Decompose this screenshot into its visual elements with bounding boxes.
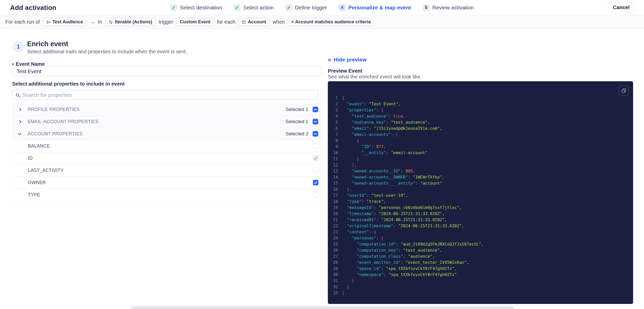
property-label: TYPE: [28, 192, 40, 198]
group-checkbox[interactable]: [313, 107, 318, 112]
code-value-token: 877,: [376, 144, 386, 149]
property-search-box[interactable]: [12, 90, 318, 100]
code-value-token: "aud_2iO9m2gSFmJNXCoQJfJxS87estL",: [401, 242, 484, 247]
code-line: 2 "event": "Test Event",: [328, 101, 633, 107]
code-key-token: "computation_class":: [342, 254, 408, 259]
property-checkbox[interactable]: [313, 168, 318, 173]
code-value-token: ],: [352, 162, 357, 167]
code-key-token: "space_id":: [342, 266, 386, 271]
code-key-token: [342, 278, 352, 283]
code-value-token: {: [374, 230, 376, 234]
code-line: 11 }: [328, 156, 633, 162]
property-label: OWNER: [28, 180, 46, 185]
code-value-token: }: [357, 156, 359, 161]
code-key-token: "userId":: [342, 193, 371, 198]
cancel-button[interactable]: Cancel: [608, 3, 634, 12]
line-number: 29: [328, 266, 342, 272]
code-line: 8 {: [328, 138, 633, 144]
code-line: 6 "email": "j15i2ysedp@k1euxaIVia.com",: [328, 125, 633, 132]
destination-chip-label: Iterable (Actions): [115, 19, 152, 25]
stepper-step[interactable]: ✓ Define trigger: [285, 4, 327, 11]
account-table-icon: [242, 20, 246, 24]
summary-when: when: [273, 19, 285, 25]
line-number: 16: [328, 186, 342, 192]
trigger-chip[interactable]: Custom Event: [176, 18, 214, 26]
code-line: 3 "properties": {: [328, 107, 633, 113]
chevron-icon[interactable]: [18, 132, 21, 135]
code-key-token: "event":: [342, 102, 369, 106]
code-value-token: "test_audience",: [391, 120, 430, 125]
line-number: 17: [328, 192, 342, 199]
line-number: 3: [328, 107, 342, 113]
code-line: 31 }: [328, 278, 633, 284]
code-key-token: "owned-accounts__ID":: [342, 169, 405, 173]
property-row[interactable]: TYPE: [12, 189, 323, 201]
code-key-token: "receivedAt":: [342, 217, 381, 222]
property-checkbox[interactable]: [313, 192, 318, 198]
code-value-token: }: [347, 284, 349, 289]
line-number: 23: [328, 229, 342, 235]
property-group-label: EMAIL-ACCOUNT PROPERTIES: [28, 119, 98, 124]
line-number: 20: [328, 211, 342, 217]
code-value-token: "email-account": [391, 150, 428, 155]
property-checkbox[interactable]: [313, 155, 318, 161]
step-badge-icon: ✓: [234, 4, 240, 11]
code-line: 20 "timestamp": "2024-06-25T21:31:33.020…: [328, 211, 633, 217]
code-value-token: }: [342, 290, 345, 295]
code-line: 15 "owned-accounts____entity": "account": [328, 180, 633, 186]
code-value-token: }: [352, 278, 354, 283]
code-value-token: "account": [420, 181, 442, 186]
line-number: 13: [328, 168, 342, 174]
group-checkbox[interactable]: [313, 131, 318, 137]
step-badge-icon: ✓: [170, 4, 177, 11]
property-row[interactable]: ID: [12, 152, 323, 164]
summary-in: In: [98, 19, 102, 25]
property-row[interactable]: OWNER: [12, 177, 323, 188]
code-value-token: {: [381, 236, 384, 240]
property-list: PROFILE PROPERTIES Selected 1 EMAIL-ACCO…: [12, 104, 323, 201]
property-row[interactable]: LAST_ACTIVITY: [12, 165, 323, 176]
destination-chip[interactable]: Iterable (Actions): [105, 18, 156, 26]
event-name-input[interactable]: [12, 67, 322, 76]
line-number: 33: [328, 290, 342, 296]
search-input[interactable]: [22, 92, 314, 98]
stepper-step[interactable]: 5 Review activation: [423, 4, 474, 11]
property-group-header[interactable]: ACCOUNT PROPERTIES Selected 2: [12, 128, 323, 140]
audience-chip[interactable]: Test Audience: [43, 18, 87, 26]
chevron-icon[interactable]: [18, 108, 21, 111]
code-line: 22 "originalTimestamp": "2024-06-25T21:3…: [328, 223, 633, 229]
chevron-icon[interactable]: [18, 120, 21, 123]
property-checkbox[interactable]: [313, 143, 318, 149]
stepper-step[interactable]: ✓ Select action: [234, 4, 274, 11]
property-checkbox[interactable]: [313, 180, 318, 185]
code-value-token: "track",: [366, 199, 386, 204]
entity-chip[interactable]: Account: [238, 18, 270, 26]
preview-title: Preview Event: [328, 68, 362, 74]
property-group-header[interactable]: PROFILE PROPERTIES Selected 1: [12, 104, 323, 115]
code-value-token: true,: [393, 114, 405, 119]
group-checkbox[interactable]: [313, 119, 318, 124]
property-group-header[interactable]: EMAIL-ACCOUNT PROPERTIES Selected 1: [12, 116, 323, 127]
code-line: 16 },: [328, 186, 633, 192]
line-number: 26: [328, 247, 342, 253]
code-line: 19 "messageId": "personas_cb6zdbo6im9g7x…: [328, 205, 633, 211]
line-number: 15: [328, 180, 342, 186]
hide-preview-link[interactable]: » Hide preview: [328, 57, 366, 63]
stepper-step[interactable]: ✓ Select destination: [170, 4, 222, 11]
property-group-label: ACCOUNT PROPERTIES: [28, 131, 83, 137]
iterable-logo-icon: [109, 20, 113, 24]
property-groups: PROFILE PROPERTIES Selected 1 EMAIL-ACCO…: [12, 104, 323, 140]
copy-button[interactable]: [619, 86, 629, 96]
code-value-token: "personas_cb6zdbo6im9g7xxf7jtlxc",: [379, 205, 462, 210]
condition-chip[interactable]: + Account matches audience criteria: [288, 18, 374, 26]
top-header: Add activation ✓ Select destination ✓ Se…: [0, 0, 644, 15]
stepper-step[interactable]: 4 Personalize & map event: [339, 4, 411, 11]
code-key-token: [342, 284, 347, 289]
page-title: Add activation: [10, 4, 56, 11]
property-row[interactable]: BALANCE: [12, 140, 323, 152]
event-preview-code-panel: 1{ 2 "event": "Test Event", 3 "propertie…: [328, 81, 633, 304]
required-indicator-icon: [12, 63, 14, 65]
code-key-token: "audience_key":: [342, 120, 391, 125]
code-line: 27 "computation_class": "audience",: [328, 253, 633, 259]
line-number: 1: [328, 95, 342, 101]
